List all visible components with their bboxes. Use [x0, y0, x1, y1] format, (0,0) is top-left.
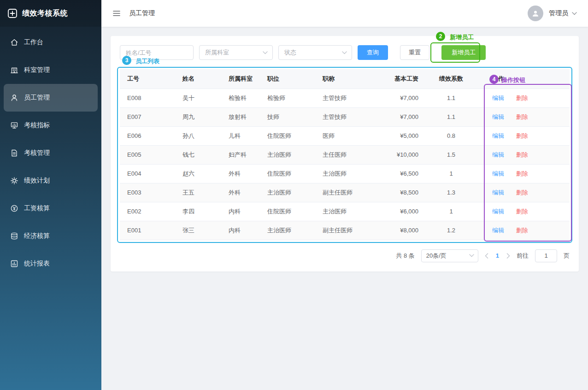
cell-coefficient: 1.5: [426, 145, 476, 164]
cell-coefficient: 1.1: [426, 89, 476, 107]
main-area: 员工管理 管理员 所属科室 状: [101, 0, 588, 390]
cell-department: 外科: [221, 183, 260, 202]
sidebar-item-label: 员工管理: [24, 94, 50, 102]
edit-link[interactable]: 编辑: [492, 227, 504, 234]
col-header-name: 姓名: [175, 69, 221, 89]
table-row: E002 李四 内科 住院医师 主治医师 ¥6,000 1 编辑 删除: [120, 202, 570, 221]
cell-emp-id: E004: [120, 164, 175, 183]
cell-emp-id: E005: [120, 145, 175, 164]
cell-coefficient: 1: [426, 164, 476, 183]
sidebar-item-label: 考核管理: [24, 149, 50, 157]
cell-salary: ¥8,500: [384, 183, 426, 202]
keyword-input[interactable]: [120, 45, 194, 60]
delete-link[interactable]: 删除: [516, 113, 528, 120]
cell-salary: ¥8,000: [384, 221, 426, 240]
department-select[interactable]: 所属科室: [199, 45, 273, 60]
edit-link[interactable]: 编辑: [492, 132, 504, 139]
col-header-emp-id: 工号: [120, 69, 175, 89]
app-title: 绩效考核系统: [22, 9, 68, 18]
delete-link[interactable]: 删除: [516, 151, 528, 158]
cell-operations: 编辑 删除: [476, 221, 570, 240]
sidebar-item-economics[interactable]: 经济核算: [4, 222, 98, 250]
delete-link[interactable]: 删除: [516, 95, 528, 101]
pagination-total: 共 8 条: [396, 252, 414, 260]
employee-table: 工号 姓名 所属科室 职位 职称 基本工资 绩效系数 操作 E008 吴十 检验…: [120, 69, 570, 240]
sidebar-item-employees[interactable]: 员工管理: [4, 84, 98, 112]
cell-emp-id: E002: [120, 202, 175, 221]
user-icon: [10, 94, 18, 102]
cell-coefficient: 1.3: [426, 183, 476, 202]
edit-link[interactable]: 编辑: [492, 208, 504, 215]
edit-link[interactable]: 编辑: [492, 170, 504, 177]
app-logo: 绩效考核系统: [0, 0, 101, 27]
add-employee-button[interactable]: 新增员工: [441, 45, 486, 60]
next-page-button[interactable]: [506, 253, 510, 259]
sidebar-nav: 工作台 科室管理 员工管理 考核指标 考核管理 绩效计划: [0, 27, 101, 278]
table-header-row: 工号 姓名 所属科室 职位 职称 基本工资 绩效系数 操作: [120, 69, 570, 89]
cell-coefficient: 1.2: [426, 221, 476, 240]
cell-name: 周九: [175, 107, 221, 126]
reset-button[interactable]: 重置: [400, 45, 429, 60]
bar-chart-icon: [10, 260, 18, 268]
cell-department: 儿科: [221, 126, 260, 145]
cell-salary: ¥5,000: [384, 126, 426, 145]
user-menu[interactable]: 管理员: [528, 6, 577, 21]
cell-position: 主治医师: [260, 183, 315, 202]
chevron-right-icon: [506, 253, 510, 259]
col-header-salary: 基本工资: [384, 69, 426, 89]
delete-link[interactable]: 删除: [516, 227, 528, 234]
edit-link[interactable]: 编辑: [492, 113, 504, 120]
edit-link[interactable]: 编辑: [492, 95, 504, 101]
sidebar-item-departments[interactable]: 科室管理: [4, 56, 98, 84]
cell-department: 外科: [221, 164, 260, 183]
cell-title: 主管技师: [315, 89, 384, 107]
cell-position: 主治医师: [260, 221, 315, 240]
col-header-position: 职位: [260, 69, 315, 89]
sidebar-item-label: 考核指标: [24, 121, 50, 130]
medical-cross-logo-icon: [7, 8, 18, 18]
page-number-1[interactable]: 1: [495, 252, 500, 259]
breadcrumb: 员工管理: [129, 9, 155, 18]
status-select[interactable]: 状态: [278, 45, 352, 60]
cell-title: 主治医师: [315, 164, 384, 183]
table-row: E001 张三 内科 主治医师 副主任医师 ¥8,000 1.2 编辑 删除: [120, 221, 570, 240]
sidebar-item-plans[interactable]: 绩效计划: [4, 167, 98, 195]
sidebar-item-assessments[interactable]: 考核管理: [4, 139, 98, 167]
sidebar-item-salary[interactable]: 工资核算: [4, 195, 98, 222]
cell-salary: ¥6,500: [384, 164, 426, 183]
prev-page-button[interactable]: [485, 253, 488, 259]
database-icon: [10, 232, 18, 240]
cell-name: 钱七: [175, 145, 221, 164]
table-row: E008 吴十 检验科 检验师 主管技师 ¥7,000 1.1 编辑 删除: [120, 89, 570, 107]
cell-emp-id: E008: [120, 89, 175, 107]
cell-department: 检验科: [221, 89, 260, 107]
goto-page-input[interactable]: [535, 249, 557, 262]
delete-link[interactable]: 删除: [516, 170, 528, 177]
search-button[interactable]: 查询: [358, 45, 388, 60]
cell-position: 住院医师: [260, 164, 315, 183]
cell-name: 吴十: [175, 89, 221, 107]
cell-position: 主治医师: [260, 145, 315, 164]
page-size-select[interactable]: 20条/页: [421, 249, 478, 262]
table-row: E006 孙八 儿科 住院医师 医师 ¥5,000 0.8 编辑 删除: [120, 126, 570, 145]
sidebar-item-indicators[interactable]: 考核指标: [4, 112, 98, 139]
sidebar-item-workbench[interactable]: 工作台: [4, 29, 98, 56]
hamburger-menu-icon[interactable]: [112, 9, 121, 18]
edit-link[interactable]: 编辑: [492, 189, 504, 196]
building-icon: [10, 66, 18, 74]
cell-position: 技师: [260, 107, 315, 126]
sidebar-item-reports[interactable]: 统计报表: [4, 250, 98, 278]
chevron-down-icon: [469, 254, 474, 257]
sidebar-item-label: 统计报表: [24, 260, 50, 268]
cell-name: 张三: [175, 221, 221, 240]
edit-link[interactable]: 编辑: [492, 151, 504, 158]
delete-link[interactable]: 删除: [516, 132, 528, 139]
cell-department: 妇产科: [221, 145, 260, 164]
status-select-placeholder: 状态: [284, 48, 296, 57]
cell-department: 内科: [221, 221, 260, 240]
cell-title: 主管技师: [315, 107, 384, 126]
cell-name: 王五: [175, 183, 221, 202]
delete-link[interactable]: 删除: [516, 208, 528, 215]
delete-link[interactable]: 删除: [516, 189, 528, 196]
cell-operations: 编辑 删除: [476, 202, 570, 221]
